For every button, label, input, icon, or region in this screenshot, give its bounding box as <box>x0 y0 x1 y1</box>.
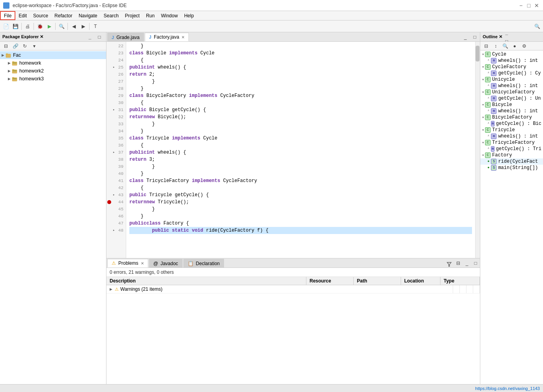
pe-maximize[interactable]: □ <box>95 33 104 41</box>
svg-rect-10 <box>12 78 17 81</box>
pe-item-homework[interactable]: ▶ homework <box>0 59 106 67</box>
outline-factory[interactable]: ▾ C Factory <box>480 152 543 158</box>
outline-filter[interactable]: 🔍 <box>501 42 509 50</box>
pe-sync[interactable]: ↻ <box>21 42 29 50</box>
outline-unicycle[interactable]: ▾ C Unicycle <box>480 76 543 83</box>
outline-hide-fields[interactable]: ● <box>510 42 519 50</box>
menu-project[interactable]: Project <box>122 11 143 20</box>
pe-menu[interactable]: ▾ <box>30 42 39 50</box>
outline-unicyclefactory[interactable]: ▾ C UnicycleFactory <box>480 89 543 95</box>
outline-collapse[interactable]: ⊟ <box>482 42 491 50</box>
pe-collapse[interactable]: ⊟ <box>2 42 10 50</box>
package-explorer: Package Explorer ✕ _ □ ⊟ 🔗 ↻ ▾ ▶ <box>0 32 106 384</box>
pe-item-homework3[interactable]: ▶ homework3 <box>0 75 106 83</box>
outline-tricyclefactory[interactable]: ▾ C TricycleFactory <box>480 139 543 146</box>
fac-icon <box>5 52 11 58</box>
outline-sort[interactable]: ↕ <box>491 42 500 50</box>
fold-48[interactable]: ▸ <box>113 227 115 234</box>
code-36: { <box>129 142 472 149</box>
editor-minimize[interactable]: _ <box>461 33 470 41</box>
outline-minimize-btn[interactable]: _ <box>502 28 511 37</box>
pe-link[interactable]: 🔗 <box>11 42 20 50</box>
fold-25[interactable]: ▸ <box>113 64 115 71</box>
fold-43[interactable]: ▸ <box>113 191 115 199</box>
pe-minimize[interactable]: _ <box>86 33 94 41</box>
scrollbar-thumb[interactable] <box>476 46 480 61</box>
code-37: public int wheels() { <box>129 149 472 156</box>
menu-refactor[interactable]: Refactor <box>51 11 75 20</box>
trifactory-label: TricycleFactory <box>492 140 535 145</box>
menu-file[interactable]: File <box>0 11 15 20</box>
svg-rect-9 <box>13 71 17 71</box>
outline-tricycle[interactable]: ▾ C Tricycle <box>480 127 543 133</box>
toolbar-print[interactable]: 🖨 <box>23 22 32 31</box>
outline-bicyclefactory[interactable]: ▾ C BicycleFactory <box>480 114 543 121</box>
outline-settings[interactable]: ⚙ <box>520 42 528 50</box>
code-46: } <box>129 213 472 220</box>
outline-unicycle-wheels[interactable]: ᴬ m wheels() : int <box>480 83 543 89</box>
tab-problems[interactable]: ⚠ Problems ✕ <box>107 259 148 268</box>
cyclefactory-icon: C <box>485 64 491 70</box>
outline-tricycle-wheels[interactable]: ᴬ m wheels() : int <box>480 133 543 139</box>
pe-content: ▶ Fac ▶ ho <box>0 50 106 384</box>
toolbar-forward[interactable]: ▶ <box>79 22 88 31</box>
toolbar-back[interactable]: ◀ <box>69 22 78 31</box>
outline-cycle[interactable]: ▾ C Cycle <box>480 51 543 58</box>
problems-close[interactable]: ✕ <box>141 261 144 266</box>
main-layout: Package Explorer ✕ _ □ ⊟ 🔗 ↻ ▾ ▶ <box>0 32 543 384</box>
warnings-desc[interactable]: ▶ ⚠ Warnings (21 items) <box>106 285 453 293</box>
hw-expand-icon: ▶ <box>8 61 11 65</box>
menu-edit[interactable]: Edit <box>15 11 30 20</box>
toolbar-debug[interactable]: 🐞 <box>35 22 44 31</box>
toolbar-open-type[interactable]: T <box>91 22 100 31</box>
toolbar-new[interactable]: 📄 <box>2 22 10 31</box>
toolbar-search-right[interactable]: 🔍 <box>533 22 541 31</box>
menu-source[interactable]: Source <box>30 11 51 20</box>
toolbar-run[interactable]: ▶ <box>45 22 54 31</box>
outline-trifactory-getcycle[interactable]: ᴬ m getCycle() : Tri <box>480 146 543 152</box>
tab-factory-java[interactable]: J Factory.java ✕ <box>145 33 189 41</box>
tab-javadoc[interactable]: @ Javadoc <box>149 259 183 268</box>
menu-run[interactable]: Run <box>143 11 158 20</box>
outline-factory-main[interactable]: ● S main(String[]) <box>480 165 543 171</box>
tab-declaration[interactable]: 📋 Declaration <box>183 259 224 268</box>
filter-icon[interactable] <box>446 261 452 268</box>
outline-cycle-wheels[interactable]: ᴬ m wheels() : int <box>480 58 543 64</box>
bottom-collapse[interactable]: ⊟ <box>454 259 463 268</box>
factory-ride-label: ride(CycleFact <box>498 159 538 164</box>
bottom-maximize[interactable]: □ <box>471 259 480 268</box>
minimize-button[interactable]: − <box>518 2 524 9</box>
outline-bicycle-wheels[interactable]: ᴬ m wheels() : int <box>480 108 543 114</box>
pe-item-homework2[interactable]: ▶ homework2 <box>0 67 106 75</box>
editor-scrollbar[interactable] <box>475 42 480 258</box>
outline-bicycle[interactable]: ▾ C Bicycle <box>480 102 543 108</box>
pe-header: Package Explorer ✕ _ □ <box>0 32 106 42</box>
editor-maximize[interactable]: □ <box>470 33 479 41</box>
menu-search[interactable]: Search <box>101 11 122 20</box>
bottom-minimize[interactable]: _ <box>463 259 471 268</box>
unifactory-label: UnicycleFactory <box>492 89 535 95</box>
outline-factory-ride[interactable]: ● S ride(CycleFact <box>480 158 543 165</box>
menu-navigate[interactable]: Navigate <box>75 11 100 20</box>
pe-item-fac[interactable]: ▶ Fac <box>0 51 106 59</box>
factory-tab-close[interactable]: ✕ <box>181 35 185 39</box>
warnings-row[interactable]: ▶ ⚠ Warnings (21 items) <box>106 285 480 294</box>
ln-34: 34 <box>106 128 126 135</box>
menu-window[interactable]: Window <box>158 11 181 20</box>
close-button[interactable]: ✕ <box>534 2 540 9</box>
outline-unifactory-getcycle[interactable]: ᴬ m getCycle() : Un <box>480 95 543 102</box>
outline-bifactory-getcycle[interactable]: ᴬ m getCycle() : Bic <box>480 121 543 127</box>
tab-grade-java[interactable]: J Grade.java <box>107 33 144 41</box>
code-22: } <box>129 43 472 50</box>
tricycle-label: Tricycle <box>492 127 515 133</box>
maximize-button[interactable]: □ <box>526 2 532 9</box>
fold-37[interactable]: ▸ <box>113 149 115 156</box>
outline-cyclefactory[interactable]: ▾ C CycleFactory <box>480 64 543 70</box>
warnings-expand[interactable]: ▶ <box>110 287 112 291</box>
toolbar-search[interactable]: 🔍 <box>57 22 66 31</box>
menu-help[interactable]: Help <box>181 11 197 20</box>
outline-cyclefactory-getcycle[interactable]: ᴬ m getCycle() : Cy <box>480 70 543 76</box>
code-content[interactable]: } class Bicycle implements Cycle { publi… <box>126 42 475 258</box>
toolbar-save[interactable]: 💾 <box>11 22 20 31</box>
fold-31[interactable]: ▸ <box>113 106 115 113</box>
